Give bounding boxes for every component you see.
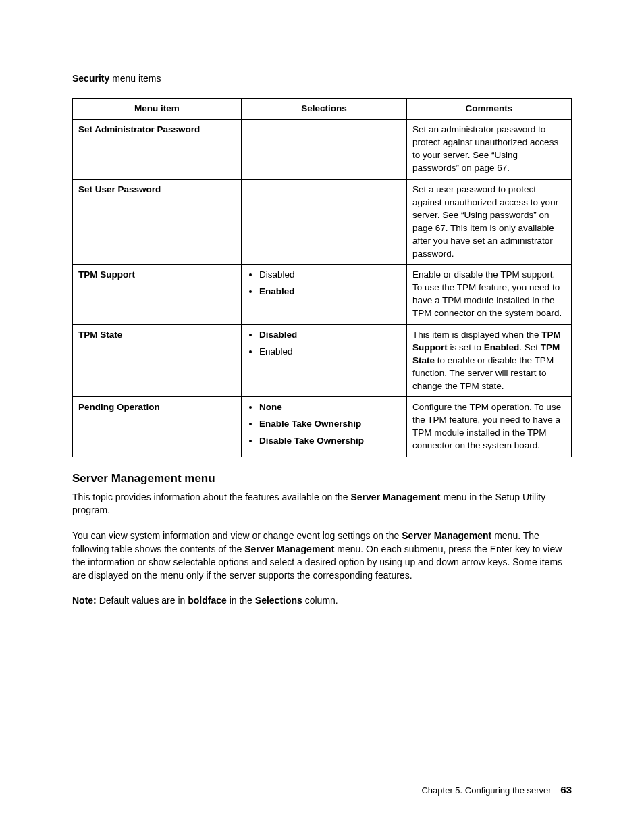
- selection-item: Enabled: [259, 346, 401, 359]
- comments-cell: Enable or disable the TPM support. To us…: [407, 265, 572, 325]
- table-header-selections: Selections: [242, 98, 407, 120]
- heading-rest: menu items: [109, 73, 161, 84]
- security-menu-heading: Security menu items: [72, 72, 572, 86]
- menu-item-cell: Set Administrator Password: [73, 120, 242, 180]
- security-menu-table: Menu item Selections Comments Set Admini…: [72, 98, 572, 457]
- paragraph-2: You can view system information and view…: [72, 529, 572, 582]
- page-number: 63: [560, 784, 572, 796]
- table-row: Set Administrator PasswordSet an adminis…: [73, 120, 572, 180]
- chapter-label: Chapter 5. Configuring the server: [421, 785, 551, 796]
- selection-item: Enable Take Ownership: [259, 418, 401, 431]
- menu-item-cell: Pending Operation: [73, 397, 242, 457]
- selection-item: Enabled: [259, 286, 401, 298]
- table-row: TPM SupportDisabledEnabledEnable or disa…: [73, 265, 572, 325]
- table-row: Set User PasswordSet a user password to …: [73, 180, 572, 265]
- menu-item-cell: TPM State: [73, 324, 242, 396]
- note-paragraph: Note: Default values are in boldface in …: [72, 594, 572, 608]
- selection-list: DisabledEnabled: [247, 329, 401, 359]
- selection-list: NoneEnable Take OwnershipDisable Take Ow…: [247, 401, 401, 448]
- selections-cell: DisabledEnabled: [242, 265, 407, 325]
- menu-item-cell: TPM Support: [73, 265, 242, 325]
- page-footer: Chapter 5. Configuring the server 63: [421, 783, 572, 797]
- table-header-menu-item: Menu item: [73, 98, 242, 120]
- selection-item: None: [259, 401, 401, 414]
- table-row: TPM StateDisabledEnabledThis item is dis…: [73, 324, 572, 396]
- selection-item: Disabled: [259, 269, 401, 282]
- table-row: Pending OperationNoneEnable Take Ownersh…: [73, 397, 572, 457]
- menu-item-cell: Set User Password: [73, 180, 242, 265]
- heading-bold: Security: [72, 73, 109, 84]
- selections-cell: NoneEnable Take OwnershipDisable Take Ow…: [242, 397, 407, 457]
- selection-item: Disable Take Ownership: [259, 435, 401, 448]
- selections-cell: [242, 120, 407, 180]
- comments-cell: Configure the TPM operation. To use the …: [407, 397, 572, 457]
- selections-cell: DisabledEnabled: [242, 324, 407, 396]
- paragraph-1: This topic provides information about th…: [72, 491, 572, 517]
- selections-cell: [242, 180, 407, 265]
- comments-cell: This item is displayed when the TPM Supp…: [407, 324, 572, 396]
- table-header-comments: Comments: [407, 98, 572, 120]
- comments-cell: Set a user password to protect against u…: [407, 180, 572, 265]
- selection-item: Disabled: [259, 329, 401, 342]
- comments-cell: Set an administrator password to protect…: [407, 120, 572, 180]
- section-heading: Server Management menu: [72, 471, 572, 487]
- selection-list: DisabledEnabled: [247, 269, 401, 298]
